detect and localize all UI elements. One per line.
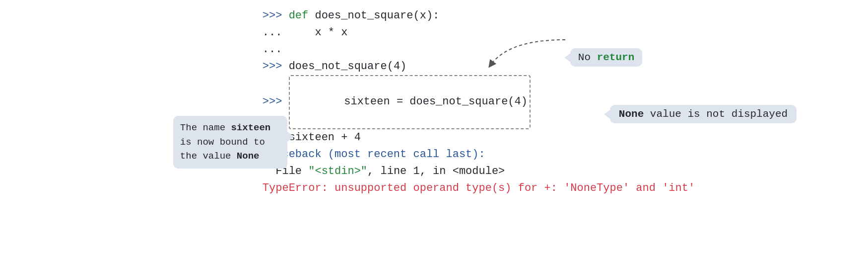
main-container: >>> def does_not_square(x): ... x * x ..… <box>0 0 868 261</box>
callout-none-value: None value is not displayed <box>610 105 797 123</box>
code-line-6: >>> sixteen + 4 <box>263 129 695 146</box>
sixteen-equals: sixteen = <box>344 95 409 108</box>
file-location: , line 1, in <module> <box>367 163 505 180</box>
callout-no-return: No return <box>570 48 642 67</box>
code-line-8: File "<stdin>" , line 1, in <module> <box>263 163 695 180</box>
prompt-4: >>> <box>263 58 289 75</box>
dashed-highlight-box: sixteen = does_not_square(4) <box>289 75 531 129</box>
return-keyword: return <box>597 52 635 63</box>
callout-sixteen: The name sixteen is now bound to the val… <box>173 116 287 169</box>
ellipsis-2: ... <box>263 24 282 41</box>
sixteen-line2: is now bound to <box>180 137 265 148</box>
none-bold-2: None <box>237 151 260 162</box>
code-line-1: >>> def does_not_square(x): <box>263 7 695 24</box>
sixteen-bold: sixteen <box>231 122 270 133</box>
code-block: >>> def does_not_square(x): ... x * x ..… <box>263 7 695 197</box>
stdin-string: "<stdin>" <box>308 163 367 180</box>
no-return-text-pre: No <box>578 52 597 63</box>
code-x-times-x: x * x <box>282 24 347 41</box>
none-bold-text: None <box>619 108 644 120</box>
ellipsis-3: ... <box>263 41 282 58</box>
prompt-5: >>> <box>263 93 289 110</box>
sixteen-line1-pre: The name <box>180 122 231 133</box>
call-does-not-square-4: does_not_square(4) <box>289 58 407 75</box>
prompt-1: >>> <box>263 7 289 24</box>
type-error-line: TypeError: unsupported operand type(s) f… <box>263 180 695 197</box>
call-does-not-square-4b: does_not_square(4) <box>409 95 528 108</box>
code-line-9: TypeError: unsupported operand type(s) f… <box>263 180 695 197</box>
none-value-post: value is not displayed <box>644 108 788 120</box>
code-line-2: ... x * x <box>263 24 695 41</box>
traceback-line: Traceback (most recent call last): <box>263 146 485 163</box>
sixteen-plus-4: sixteen + 4 <box>289 129 361 146</box>
sixteen-line3-pre: the value <box>180 151 237 162</box>
keyword-def: def <box>289 7 315 24</box>
code-line-7: Traceback (most recent call last): <box>263 146 695 163</box>
func-definition: does_not_square(x): <box>315 7 439 24</box>
